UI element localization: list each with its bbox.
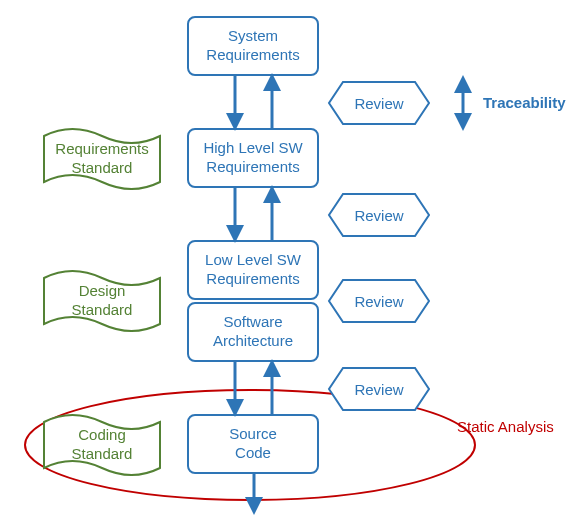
- process-source-code: Source Code: [187, 414, 319, 474]
- review-hex-4: Review: [329, 368, 429, 410]
- review-label: Review: [354, 207, 403, 224]
- arrow-down-icon: [244, 474, 264, 514]
- standard-label: Coding Standard: [72, 426, 133, 464]
- standard-requirements: Requirements Standard: [42, 126, 162, 192]
- process-software-architecture: Software Architecture: [187, 302, 319, 362]
- process-label: Source Code: [229, 425, 277, 463]
- standard-coding: Coding Standard: [42, 412, 162, 478]
- arrow-down-icon: [225, 76, 245, 128]
- traceability-label: Traceability: [483, 94, 566, 111]
- arrow-up-icon: [262, 76, 282, 128]
- review-hex-1: Review: [329, 82, 429, 124]
- traceability-double-arrow-icon: [452, 78, 474, 128]
- static-analysis-label: Static Analysis: [457, 418, 554, 435]
- review-label: Review: [354, 293, 403, 310]
- process-label: System Requirements: [206, 27, 299, 65]
- standard-design: Design Standard: [42, 268, 162, 334]
- arrow-down-icon: [225, 362, 245, 414]
- process-low-level-sw-requirements: Low Level SW Requirements: [187, 240, 319, 300]
- process-label: High Level SW Requirements: [203, 139, 302, 177]
- review-hex-3: Review: [329, 280, 429, 322]
- review-hex-2: Review: [329, 194, 429, 236]
- process-label: Software Architecture: [213, 313, 293, 351]
- process-label: Low Level SW Requirements: [205, 251, 301, 289]
- standard-label: Design Standard: [72, 282, 133, 320]
- process-high-level-sw-requirements: High Level SW Requirements: [187, 128, 319, 188]
- arrow-up-icon: [262, 188, 282, 240]
- review-label: Review: [354, 381, 403, 398]
- arrow-down-icon: [225, 188, 245, 240]
- review-label: Review: [354, 95, 403, 112]
- arrow-up-icon: [262, 362, 282, 414]
- process-system-requirements: System Requirements: [187, 16, 319, 76]
- standard-label: Requirements Standard: [55, 140, 148, 178]
